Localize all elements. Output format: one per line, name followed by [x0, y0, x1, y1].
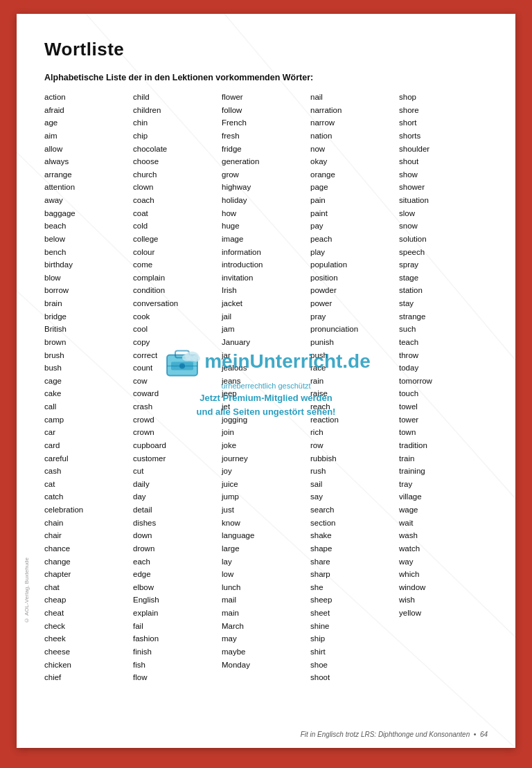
word-item: blow	[44, 271, 133, 285]
word-item: race	[310, 361, 399, 375]
margin-copyright: © AOL-Verlag, Buxtehude	[24, 557, 30, 623]
word-item: jail	[222, 310, 310, 323]
word-item: mail	[222, 593, 310, 607]
word-item: cool	[133, 323, 222, 336]
word-item: generation	[222, 155, 310, 168]
page-number: 64	[480, 731, 488, 738]
word-item: shoe	[310, 659, 399, 672]
word-item: touch	[399, 387, 488, 400]
word-item: sheep	[310, 593, 399, 607]
word-column-col4: nailnarrationnarrownationnowokayorangepa…	[310, 91, 399, 684]
word-item: reaction	[310, 413, 399, 427]
subtitle: Alphabetische Liste der in den Lektionen…	[44, 73, 488, 82]
word-item: copy	[133, 336, 222, 349]
word-item: fail	[133, 620, 222, 633]
word-item: edge	[133, 568, 222, 581]
word-item: rain	[310, 375, 399, 388]
word-item: check	[44, 620, 133, 633]
word-item: crash	[133, 400, 222, 413]
word-item: join	[222, 426, 310, 439]
word-item: French	[222, 116, 310, 130]
word-item: brain	[44, 297, 133, 310]
word-item: Irish	[222, 284, 310, 297]
word-item: January	[222, 336, 310, 349]
word-item: celebration	[44, 503, 133, 517]
word-item: child	[133, 91, 222, 104]
word-item: church	[133, 168, 222, 181]
word-item: power	[310, 297, 399, 310]
word-item: stay	[399, 297, 488, 310]
word-item: beach	[44, 220, 133, 233]
word-item: snow	[399, 220, 488, 233]
word-item: wash	[399, 529, 488, 542]
word-item: share	[310, 555, 399, 569]
word-item: tradition	[399, 439, 488, 452]
word-item: chicken	[44, 659, 133, 672]
word-item: chin	[133, 116, 222, 130]
word-item: just	[222, 503, 310, 517]
word-item: wage	[399, 503, 488, 517]
word-item: information	[222, 246, 310, 259]
word-item: shoot	[310, 671, 399, 684]
word-item: pain	[310, 194, 399, 207]
word-item: change	[44, 555, 133, 569]
word-item: position	[310, 271, 399, 285]
word-item: reach	[310, 400, 399, 413]
word-item: nail	[310, 91, 399, 104]
word-item: flow	[133, 671, 222, 684]
word-item: punish	[310, 336, 399, 349]
word-item: complain	[133, 271, 222, 285]
word-item: grow	[222, 168, 310, 181]
word-item: search	[310, 503, 399, 517]
word-item: tray	[399, 478, 488, 491]
word-item: cash	[44, 465, 133, 478]
word-item: shop	[399, 91, 488, 104]
word-item: shower	[399, 181, 488, 194]
word-item: March	[222, 620, 310, 633]
word-item: teach	[399, 336, 488, 349]
word-item: row	[310, 439, 399, 452]
word-item: image	[222, 233, 310, 246]
word-item: shore	[399, 104, 488, 117]
word-item: which	[399, 568, 488, 581]
word-item: know	[222, 517, 310, 530]
word-item: chapter	[44, 568, 133, 581]
word-item: cage	[44, 375, 133, 388]
word-item: chief	[44, 671, 133, 684]
word-item: cupboard	[133, 439, 222, 452]
word-item: pray	[310, 310, 399, 323]
word-item: train	[399, 452, 488, 465]
footer-text: Fit in Englisch trotz LRS: Diphthonge un…	[301, 731, 488, 738]
word-item: throw	[399, 349, 488, 362]
word-item: shoulder	[399, 143, 488, 156]
word-item: chance	[44, 542, 133, 555]
word-item: jar	[222, 349, 310, 362]
word-item: window	[399, 581, 488, 594]
word-item: cow	[133, 375, 222, 388]
word-item: huge	[222, 220, 310, 233]
word-item: narrow	[310, 116, 399, 130]
word-item: tomorrow	[399, 375, 488, 388]
word-item: invitation	[222, 271, 310, 285]
word-item: colour	[133, 246, 222, 259]
word-item: brush	[44, 349, 133, 362]
word-column-col3: flowerfollowFrenchfreshfridgegenerationg…	[222, 91, 310, 684]
word-item: main	[222, 607, 310, 620]
word-item: explain	[133, 607, 222, 620]
word-item: jeep	[222, 387, 310, 400]
word-item: each	[133, 555, 222, 569]
word-item: car	[44, 426, 133, 439]
word-item: dishes	[133, 517, 222, 530]
word-item: below	[44, 233, 133, 246]
word-item: show	[399, 168, 488, 181]
word-item: jealous	[222, 361, 310, 375]
word-item: sail	[310, 478, 399, 491]
bottom-bar: Fit in Englisch trotz LRS: Diphthonge un…	[17, 731, 515, 738]
word-item: juice	[222, 478, 310, 491]
word-item: coach	[133, 194, 222, 207]
word-item: sharp	[310, 568, 399, 581]
word-item: aim	[44, 130, 133, 143]
word-item: jam	[222, 323, 310, 336]
word-item: slow	[399, 207, 488, 220]
word-item: catch	[44, 490, 133, 503]
